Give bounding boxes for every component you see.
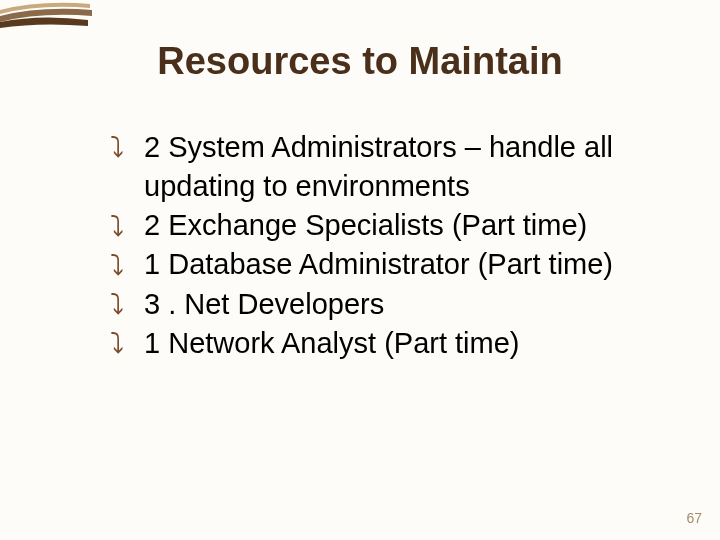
list-item: ⤵ 2 System Administrators – handle all u…	[110, 128, 650, 206]
list-item-text: 2 System Administrators – handle all upd…	[144, 131, 613, 202]
list-item: ⤵ 1 Database Administrator (Part time)	[110, 245, 650, 284]
list-item-text: 3 . Net Developers	[144, 288, 384, 320]
bullet-icon: ⤵	[110, 325, 124, 363]
corner-decoration	[0, 0, 95, 28]
list-item: ⤵ 1 Network Analyst (Part time)	[110, 324, 650, 363]
slide-title: Resources to Maintain	[0, 40, 720, 83]
bullet-icon: ⤵	[110, 247, 124, 285]
bullet-icon: ⤵	[110, 208, 124, 246]
list-item-text: 2 Exchange Specialists (Part time)	[144, 209, 587, 241]
list-item-text: 1 Database Administrator (Part time)	[144, 248, 613, 280]
list-item-text: 1 Network Analyst (Part time)	[144, 327, 520, 359]
list-item: ⤵ 3 . Net Developers	[110, 285, 650, 324]
bullet-icon: ⤵	[110, 286, 124, 324]
bullet-icon: ⤵	[110, 129, 124, 167]
slide-body: ⤵ 2 System Administrators – handle all u…	[110, 128, 650, 363]
slide: Resources to Maintain ⤵ 2 System Adminis…	[0, 0, 720, 540]
page-number: 67	[686, 510, 702, 526]
list-item: ⤵ 2 Exchange Specialists (Part time)	[110, 206, 650, 245]
